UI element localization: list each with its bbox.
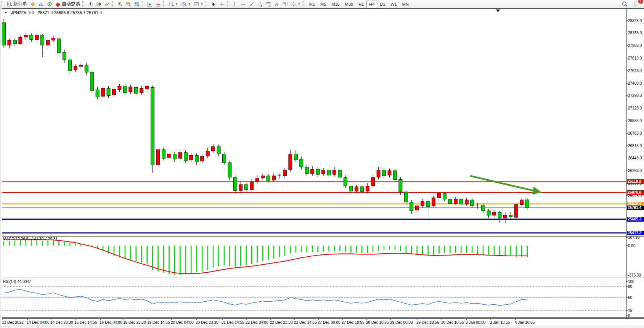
timeframe-h1-button[interactable]: H1 — [356, 0, 366, 8]
zoom-out-button[interactable] — [124, 0, 133, 8]
price-axis-tick: 27813.0 — [628, 56, 642, 60]
dropdown-arrow-icon[interactable]: ▼ — [201, 3, 203, 5]
notification-badge: 1 — [638, 0, 643, 4]
zoom-in-button[interactable] — [116, 0, 124, 8]
chart-shift-button[interactable] — [154, 0, 162, 8]
time-axis-tick: 22 Dec 04:00 — [246, 320, 268, 325]
search-button[interactable] — [620, 0, 629, 8]
price-axis-tick: 26953.0 — [628, 119, 642, 123]
text-icon: A — [274, 2, 279, 7]
tile-windows-button[interactable] — [133, 0, 141, 8]
time-axis-tick: 27 Dec 00:00 — [318, 320, 340, 325]
time-axis-tick: 18 Dec 23:30 — [123, 320, 146, 325]
time-axis-tick: 21 Dec 14:55 — [222, 320, 244, 325]
notifications-button[interactable]: 1 — [632, 0, 641, 8]
price-axis-tick: 27468.0 — [628, 81, 642, 85]
time-axis-tick: 3 Jan 18:55 — [490, 320, 510, 325]
price-axis-tick: 27298.0 — [628, 93, 642, 98]
toolbar-right: 1 — [620, 0, 641, 8]
price-axis-tick: 26268.0 — [628, 169, 642, 173]
macd-axis-tick: 0.00 — [628, 244, 635, 248]
search-icon — [622, 1, 628, 7]
timeframe-m5-button[interactable]: M5 — [318, 0, 329, 8]
arrows-button[interactable]: ▼ — [289, 0, 302, 8]
crosshair-button[interactable] — [218, 0, 226, 8]
new-order-label: 新订单 — [13, 1, 27, 7]
line-icon — [104, 2, 110, 7]
price-axis-tick: 26443.0 — [628, 156, 642, 160]
auto-scroll-button[interactable] — [146, 0, 154, 8]
rsi-axis-tick: 100 — [628, 280, 634, 284]
tile-icon — [134, 2, 140, 7]
time-axis-tick: 29 Dec 00:00 — [390, 320, 413, 325]
timeframe-mn-button[interactable]: MN — [400, 0, 411, 8]
autotrading-button[interactable]: 自动交易 — [54, 0, 82, 8]
time-axis-tick: 22 Dec 23:30 — [270, 320, 293, 325]
templates-button[interactable]: ▼ — [192, 0, 205, 8]
price-level-badge: 26119.2 — [627, 179, 644, 184]
fibonacci-button[interactable]: F — [264, 0, 273, 8]
price-axis-tick: 26783.0 — [628, 131, 642, 135]
chart-profiles-button[interactable] — [29, 0, 37, 8]
cursor-button[interactable] — [209, 0, 218, 8]
scroll-icon — [147, 2, 153, 7]
timeframe-d1-button[interactable]: D1 — [377, 0, 388, 8]
toolbar-separator — [163, 1, 165, 7]
toolbar-separator — [227, 1, 229, 7]
cursor-icon — [211, 2, 216, 7]
autotrading-icon — [55, 2, 61, 7]
toolbar-separator — [82, 1, 85, 7]
text-label-button[interactable]: T — [281, 0, 289, 8]
time-axis-tick: 16 Dec 04:00 — [100, 320, 122, 325]
time-axis-tick: 20 Dec 23:30 — [196, 320, 218, 325]
bars-icon — [88, 2, 93, 7]
svg-text:A: A — [275, 2, 278, 7]
autotrading-label: 自动交易 — [62, 1, 80, 7]
symbol-name: JPN225-,H4 — [11, 10, 34, 15]
label-icon: T — [283, 2, 288, 7]
trendline-button[interactable] — [247, 0, 256, 8]
timeframe-m1-button[interactable]: M1 — [307, 0, 318, 8]
new-order-button[interactable]: 新订单 — [5, 0, 29, 8]
svg-text:E: E — [261, 5, 262, 7]
rsi-axis-tick: 15 — [628, 309, 632, 313]
market-watch-button[interactable] — [37, 0, 45, 8]
equidistant-channel-button[interactable]: E — [256, 0, 264, 8]
price-level-badge: 25970.8 — [627, 190, 644, 195]
market-watch-icon — [39, 2, 44, 7]
time-axis-tick: 29 Dec 18:55 — [416, 320, 439, 325]
price-axis-tick: 28328.0 — [628, 19, 642, 23]
new-chart-button[interactable]: ▼ — [167, 0, 180, 8]
bar-chart-button[interactable] — [86, 0, 95, 8]
horizontal-line-button[interactable] — [239, 0, 247, 8]
chart-canvas[interactable] — [0, 0, 644, 328]
dropdown-arrow-icon[interactable]: ▼ — [298, 3, 300, 5]
text-button[interactable]: A — [273, 0, 281, 8]
dropdown-arrow-icon[interactable]: ▼ — [188, 3, 191, 5]
rsi-axis-tick: 0 — [628, 314, 630, 318]
time-axis-tick: 14 Dec 04:00 — [27, 320, 50, 325]
timeframe-m30-button[interactable]: M30 — [342, 0, 356, 8]
timeframe-h4-button[interactable]: H4 — [366, 0, 377, 8]
line-chart-button[interactable] — [103, 0, 111, 8]
candlestick-chart-button[interactable] — [95, 0, 103, 8]
timeframe-m15-button[interactable]: M15 — [329, 0, 342, 8]
time-axis-tick: 27 Dec 18:55 — [342, 320, 365, 325]
macd-label: MACD(12,26,9) -141.79 -129.31 — [3, 237, 58, 241]
mt4-window: 新订单自动交易▼▼▼EFAT▼M1M5M15M30H1H4D1W1MN1 ▼ J… — [0, 0, 644, 328]
toolbar: 新订单自动交易▼▼▼EFAT▼M1M5M15M30H1H4D1W1MN1 — [0, 0, 644, 8]
vertical-line-button[interactable] — [231, 0, 239, 8]
vline-icon — [232, 2, 238, 7]
navigator-button[interactable] — [45, 0, 54, 8]
svg-text:T: T — [284, 2, 286, 6]
time-axis-tick: 28 Dec 10:55 — [366, 320, 389, 325]
hline-icon — [241, 2, 246, 7]
timeframe-w1-button[interactable]: W1 — [388, 0, 400, 8]
toolbar-separator — [303, 1, 305, 7]
collapse-icon[interactable]: ▼ — [5, 11, 7, 14]
time-axis-tick: 13 Dec 2022 — [2, 320, 24, 325]
dropdown-arrow-icon[interactable]: ▼ — [175, 3, 178, 5]
price-axis-tick: 27983.0 — [628, 43, 642, 48]
zoom-in-icon — [117, 2, 123, 7]
periodicity-button[interactable]: ▼ — [180, 0, 192, 8]
